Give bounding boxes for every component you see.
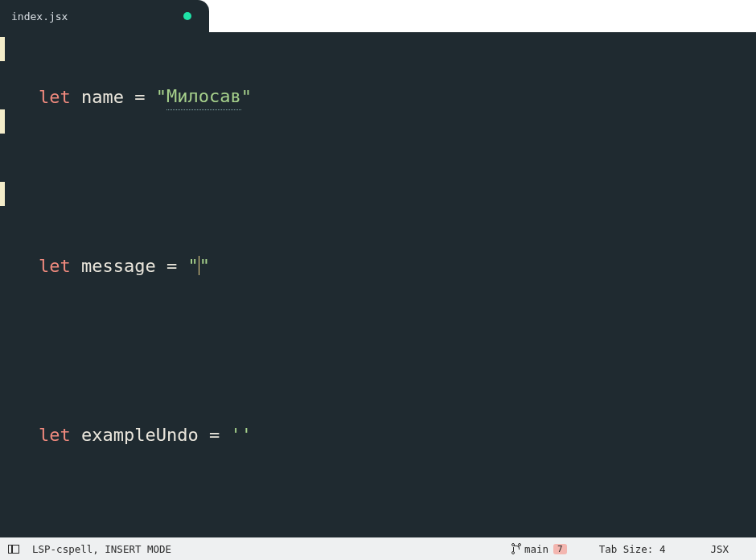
gutter-change-mark — [0, 182, 5, 206]
status-mode[interactable]: LSP-cspell, INSERT MODE — [26, 543, 178, 555]
code-line[interactable]: let message = "" — [39, 254, 756, 278]
tab-bar: index.jsx — [0, 0, 756, 32]
dirty-indicator-icon — [183, 12, 191, 20]
gutter-change-mark — [0, 37, 5, 61]
tab-filename: index.jsx — [11, 10, 183, 23]
code-line[interactable]: let exampleUndo = '' — [39, 423, 756, 447]
text-cursor — [199, 256, 199, 275]
status-bar: LSP-cspell, INSERT MODE main 7 Tab Size:… — [0, 537, 756, 560]
sidebar-toggle-icon[interactable] — [8, 545, 19, 554]
status-language[interactable]: JSX — [691, 543, 748, 555]
git-branch-icon — [512, 543, 521, 554]
status-branch[interactable]: main 7 — [505, 543, 573, 555]
status-tab-size[interactable]: Tab Size: 4 — [580, 543, 685, 555]
branch-changes-badge: 7 — [553, 544, 567, 554]
code-content: let name = "Милосав" let message = "" le… — [39, 37, 756, 537]
editor-area[interactable]: let name = "Милосав" let message = "" le… — [0, 32, 756, 537]
spell-warning: Милосав — [166, 84, 241, 110]
gutter-change-mark — [0, 109, 5, 134]
branch-name: main — [524, 543, 549, 555]
editor-window: index.jsx let name = "Милосав" let messa… — [0, 0, 756, 560]
tab-index-jsx[interactable]: index.jsx — [0, 0, 209, 32]
gutter — [0, 32, 5, 537]
code-line[interactable]: let name = "Милосав" — [39, 85, 756, 109]
